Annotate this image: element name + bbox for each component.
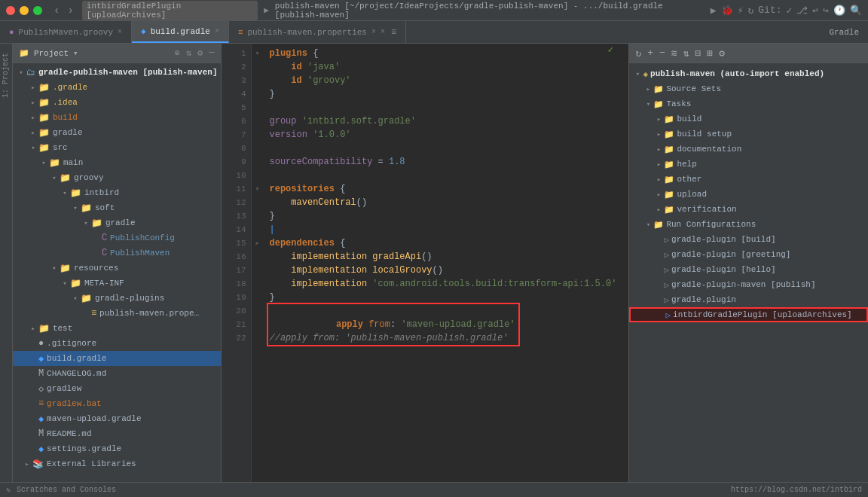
tree-item-external-libs[interactable]: ▸ 📚 External Libraries	[13, 456, 221, 471]
project-strip-label[interactable]: 1: Project	[2, 53, 10, 98]
group-icon[interactable]: ⊞	[705, 47, 714, 59]
gradle-task-upload[interactable]: ▸ 📁 upload	[629, 187, 868, 202]
line-num: 7	[222, 128, 246, 142]
minimize-button[interactable]	[20, 6, 29, 15]
tree-item-gitignore[interactable]: ● .gitignore	[13, 336, 221, 351]
tab-close-icon[interactable]: ×	[215, 27, 219, 35]
gradle-task-other[interactable]: ▸ 📁 other	[629, 172, 868, 187]
tree-item-metainf[interactable]: ▾ 📁 META-INF	[13, 276, 221, 291]
tree-item-gradlew[interactable]: ◇ gradlew	[13, 381, 221, 396]
tree-item-intbird[interactable]: ▾ 📁 intbird	[13, 185, 221, 200]
project-dropdown[interactable]: intbirdGradlePlugin [uploadArchives]	[82, 1, 258, 20]
code-editor[interactable]: plugins { id 'java' id 'groovy' } group …	[264, 44, 623, 482]
git-branch-icon[interactable]: ⎇	[796, 5, 808, 17]
tree-item-build[interactable]: ▸ 📁 build	[13, 110, 221, 125]
gradle-run-upload-archives[interactable]: ▷ intbirdGradlePlugin [uploadArchives]	[629, 307, 868, 322]
tree-root[interactable]: ▾ 🗂 gradle-publish-maven [publish-maven]	[13, 65, 221, 80]
gradle-task-help[interactable]: ▸ 📁 help	[629, 157, 868, 172]
debug-icon[interactable]: 🐞	[721, 5, 733, 17]
tree-item-settings-gradle[interactable]: ◆ settings.gradle	[13, 441, 221, 456]
gradle-run-build[interactable]: ▷ gradle-plugin [build]	[629, 232, 868, 247]
gradle-source-sets[interactable]: ▸ 📁 Source Sets	[629, 81, 868, 96]
tree-item-publishconfig[interactable]: C PublishConfig	[13, 230, 221, 245]
tree-item-groovy[interactable]: ▾ 📁 groovy	[13, 170, 221, 185]
gradle-root[interactable]: ▾ ◈ publish-maven (auto-import enabled)	[629, 66, 868, 81]
tree-item-resources[interactable]: ▾ 📁 resources	[13, 261, 221, 276]
script-icon[interactable]: ≋	[670, 47, 679, 59]
undo-icon[interactable]: ↩	[812, 5, 818, 17]
expand-icon[interactable]: ⇅	[682, 47, 691, 59]
refresh-icon[interactable]: ↻	[634, 47, 643, 59]
tree-item-gradle-folder[interactable]: ▸ 📁 gradle	[13, 125, 221, 140]
scroll-icon[interactable]: ⇅	[186, 47, 191, 59]
code-line-15: dependencies {	[270, 236, 617, 250]
tab-publishmaven-groovy[interactable]: ● PublishMaven.groovy ×	[0, 21, 132, 43]
gradle-item-label: other	[677, 175, 701, 184]
panel-dropdown[interactable]: ▾	[73, 48, 78, 58]
gradle-task-build-setup[interactable]: ▸ 📁 build setup	[629, 127, 868, 142]
tree-item-maven-upload[interactable]: ◆ maven-upload.gradle	[13, 411, 221, 426]
maximize-button[interactable]	[33, 6, 42, 15]
settings-icon[interactable]: ⚙	[717, 47, 726, 59]
tree-item-publishmaven[interactable]: C PublishMaven	[13, 245, 221, 261]
fold-arrow[interactable]: ▸	[252, 236, 264, 250]
locate-icon[interactable]: ⊕	[175, 47, 180, 59]
code-line-7: version '1.0.0'	[270, 128, 617, 142]
collapse-icon[interactable]: —	[209, 47, 214, 59]
gradle-item-label: build	[677, 114, 701, 123]
forward-button[interactable]: ›	[65, 5, 75, 17]
line-num: 1	[222, 47, 246, 60]
tree-item-idea[interactable]: ▸ 📁 .idea	[13, 95, 221, 110]
tree-item-publish-maven-prop[interactable]: ≡ publish-maven.prope…	[13, 306, 221, 321]
gradle-item-label: gradle-plugin [hello]	[671, 265, 776, 274]
tree-item-gradle-hidden[interactable]: ▸ 📁 .gradle	[13, 80, 221, 95]
redo-icon[interactable]: ↪	[823, 5, 829, 17]
tree-item-readme[interactable]: M README.md	[13, 426, 221, 441]
tree-item-build-gradle[interactable]: ◆ build.gradle	[13, 351, 221, 366]
tree-item-src[interactable]: ▾ 📁 src	[13, 140, 221, 155]
git-status-icon[interactable]: ✓	[787, 5, 793, 17]
back-button[interactable]: ‹	[51, 5, 62, 17]
add-icon[interactable]: +	[646, 47, 655, 59]
tree-item-changelog[interactable]: M CHANGELOG.md	[13, 366, 221, 381]
tree-item-gradlew-bat[interactable]: ≡ gradlew.bat	[13, 396, 221, 411]
tree-item-main[interactable]: ▾ 📁 main	[13, 155, 221, 170]
tab-close-icon[interactable]: ×	[118, 28, 122, 36]
tree-item-gradle-sub[interactable]: ▾ 📁 gradle	[13, 215, 221, 230]
fold-arrow[interactable]: ▾	[252, 182, 264, 196]
panel-header: 📁 Project ▾ ⊕ ⇅ ⚙ —	[13, 44, 221, 63]
tab-menu-icon[interactable]: ≡	[391, 27, 396, 38]
gradle-task-verification[interactable]: ▸ 📁 verification	[629, 202, 868, 217]
gradle-run-publish[interactable]: ▷ gradle-plugin-maven [publish]	[629, 277, 868, 292]
gradle-item-label: documentation	[677, 145, 741, 154]
collapse-icon[interactable]: ⊟	[694, 47, 703, 59]
gradle-item-label: verification	[677, 205, 736, 214]
tab-publish-maven-properties[interactable]: ≡ publish-maven.properties × × ≡	[229, 21, 406, 43]
tab-build-gradle[interactable]: ◆ build.gradle ×	[132, 21, 229, 43]
tab-extra-close[interactable]: ×	[381, 28, 385, 36]
search-icon[interactable]: 🔍	[850, 5, 862, 17]
gradle-run-hello[interactable]: ▷ gradle-plugin [hello]	[629, 262, 868, 277]
gradle-run-greeting[interactable]: ▷ gradle-plugin [greeting]	[629, 247, 868, 262]
gradle-panel-tab[interactable]: Gradle	[820, 21, 868, 43]
sync-icon[interactable]: ↻	[747, 5, 753, 17]
gradle-tasks[interactable]: ▾ 📁 Tasks	[629, 96, 868, 111]
close-button[interactable]	[6, 6, 15, 15]
tree-item-soft[interactable]: ▾ 📁 soft	[13, 200, 221, 215]
line-num: 10	[222, 169, 246, 182]
tree-item-test[interactable]: ▸ 📁 test	[13, 321, 221, 336]
clock-icon[interactable]: 🕐	[833, 5, 845, 17]
gradle-run-configs[interactable]: ▾ 📁 Run Configurations	[629, 217, 868, 232]
settings-icon[interactable]: ⚙	[197, 47, 203, 59]
gradle-run-plugin[interactable]: ▷ gradle.plugin	[629, 292, 868, 307]
tree-item-gradle-plugins[interactable]: ▾ 📁 gradle-plugins	[13, 291, 221, 306]
scratches-label[interactable]: Scratches and Consoles	[17, 486, 116, 494]
gradle-task-build[interactable]: ▸ 📁 build	[629, 111, 868, 127]
code-line-17: implementation localGroovy()	[270, 264, 617, 277]
remove-icon[interactable]: −	[658, 47, 667, 59]
fold-arrow[interactable]: ▾	[252, 47, 264, 60]
tab-close-icon[interactable]: ×	[371, 28, 376, 36]
gradle-task-documentation[interactable]: ▸ 📁 documentation	[629, 142, 868, 157]
build-icon[interactable]: ⚡	[738, 5, 744, 17]
run-icon[interactable]: ▶	[711, 5, 717, 17]
